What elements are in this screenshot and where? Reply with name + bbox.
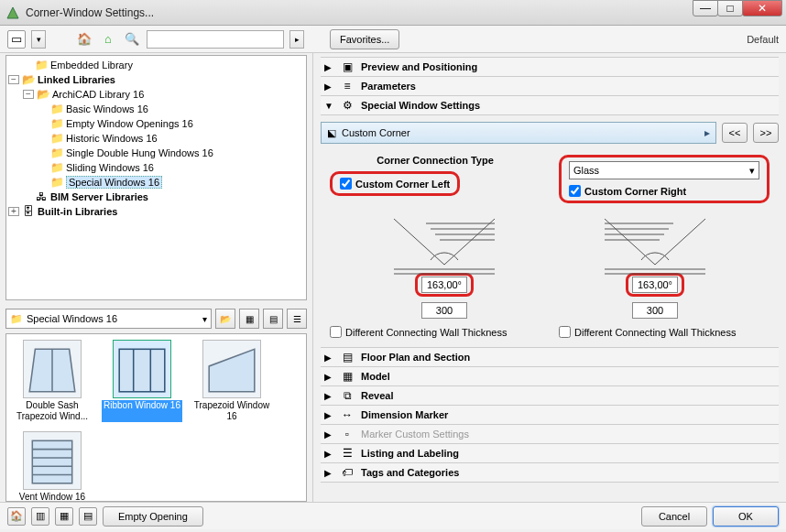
section-special[interactable]: ▼⚙Special Window Settings (321, 95, 779, 115)
layout-icon[interactable]: ▭ (7, 30, 26, 49)
thumb-label: Double Sash Trapezoid Wind... (12, 400, 93, 422)
collapse-icon[interactable]: − (8, 75, 19, 84)
section-listing[interactable]: ▶☰Listing and Labeling (321, 443, 779, 463)
chevron-right-icon: ▶ (324, 81, 333, 92)
houses-icon[interactable]: 🏠 (75, 30, 93, 49)
tree-item[interactable]: Historic Windows 16 (66, 133, 158, 144)
left-pane: 📁Embedded Library −📂Linked Libraries −📂A… (0, 53, 313, 502)
view-small-icon[interactable]: ▤ (263, 309, 283, 329)
view-list-icon[interactable]: ☰ (287, 309, 307, 329)
up-folder-button[interactable]: 📂 (215, 309, 235, 329)
favorites-button[interactable]: Favorites... (330, 29, 399, 49)
section-dimension[interactable]: ▶↔Dimension Marker (321, 405, 779, 425)
default-label[interactable]: Default (747, 34, 779, 45)
right-pane: ▶▣Preview and Positioning ▶≡Parameters ▼… (313, 53, 786, 502)
tree-item-selected[interactable]: Special Windows 16 (66, 176, 162, 189)
diff-thickness-right[interactable]: Different Connecting Wall Thickness (559, 326, 770, 338)
folder-icon: 📁 (35, 59, 48, 71)
params-icon: ≡ (339, 80, 355, 92)
tag-icon: 🏷 (339, 466, 355, 479)
folder-name: Special Windows 16 (27, 313, 117, 324)
footer-icon-4[interactable]: ▤ (79, 507, 97, 526)
minimize-button[interactable]: — (693, 0, 718, 16)
settings-icon: ⚙ (339, 99, 355, 112)
svg-line-20 (605, 219, 655, 265)
search-dropdown[interactable]: ▸ (289, 30, 304, 49)
chevron-right-icon: ▶ (324, 410, 333, 420)
highlight-right: Glass Custom Corner Right (559, 155, 770, 203)
section-preview[interactable]: ▶▣Preview and Positioning (321, 57, 779, 77)
svg-rect-3 (119, 349, 165, 392)
prev-button[interactable]: << (722, 123, 748, 143)
thumb-item[interactable]: Vent Window 16 (12, 431, 93, 502)
folder-open-icon: 📂 (37, 88, 49, 101)
svg-rect-7 (32, 440, 71, 483)
close-button[interactable]: ✕ (742, 0, 782, 16)
angle-right-input[interactable] (632, 277, 678, 293)
tree-item[interactable]: ArchiCAD Library 16 (52, 89, 144, 100)
corner-icon: ⬕ (327, 127, 336, 139)
view-large-icon[interactable]: ▦ (239, 309, 259, 329)
diff-thickness-left[interactable]: Different Connecting Wall Thickness (330, 326, 540, 338)
tree-item[interactable]: Basic Windows 16 (66, 103, 148, 114)
footer-icon-2[interactable]: ▥ (31, 507, 49, 526)
home-icon[interactable]: ⌂ (99, 30, 117, 49)
window-controls: — □ ✕ (693, 0, 782, 16)
library-tree[interactable]: 📁Embedded Library −📂Linked Libraries −📂A… (5, 55, 307, 300)
folder-icon: 📁 (50, 132, 63, 145)
footer-icon-1[interactable]: 🏠 (7, 507, 26, 526)
tree-item[interactable]: BIM Server Libraries (50, 191, 148, 202)
collapse-icon[interactable]: − (23, 90, 34, 99)
thumb-item[interactable]: Double Sash Trapezoid Wind... (12, 340, 93, 422)
chevron-right-icon: ▶ (324, 449, 333, 459)
search-icon[interactable]: 🔍 (123, 30, 141, 49)
tree-item[interactable]: Sliding Windows 16 (66, 162, 154, 173)
expand-icon[interactable]: + (8, 207, 19, 216)
chevron-down-icon: ▼ (324, 101, 333, 111)
empty-opening-button[interactable]: Empty Opening (103, 506, 203, 527)
section-tags[interactable]: ▶🏷Tags and Categories (321, 462, 779, 483)
thumb-item[interactable]: Trapezoid Window 16 (191, 340, 272, 422)
chevron-right-icon: ▶ (324, 353, 333, 363)
svg-line-13 (444, 219, 495, 265)
cancel-button[interactable]: Cancel (641, 506, 707, 527)
folder-icon: 📁 (50, 117, 63, 130)
section-model[interactable]: ▶▦Model (321, 366, 779, 386)
section-floorplan[interactable]: ▶▤Floor Plan and Section (321, 347, 779, 367)
section-reveal[interactable]: ▶⧉Reveal (321, 385, 779, 406)
folder-open-icon: 📂 (22, 73, 35, 86)
custom-corner-left-checkbox[interactable]: Custom Corner Left (340, 178, 450, 190)
toolbar: ▭ ▾ 🏠 ⌂ 🔍 ▸ Favorites... Default (0, 26, 786, 53)
thumb-item-selected[interactable]: Ribbon Window 16 (102, 340, 182, 422)
maximize-button[interactable]: □ (717, 0, 743, 16)
folder-icon: 📁 (50, 176, 63, 189)
tree-item[interactable]: Built-in Libraries (38, 206, 117, 217)
ok-button[interactable]: OK (713, 506, 779, 527)
diagram-left (348, 214, 540, 319)
layout-dropdown[interactable]: ▾ (31, 30, 46, 49)
width-right-input[interactable] (632, 302, 678, 319)
tree-item[interactable]: Single Double Hung Windows 16 (66, 147, 213, 158)
folder-icon: 📁 (10, 313, 23, 325)
tree-item[interactable]: Empty Window Openings 16 (66, 118, 193, 129)
folder-icon: 📁 (50, 103, 63, 115)
folder-select[interactable]: 📁 Special Windows 16 (5, 309, 212, 329)
custom-corner-right-checkbox[interactable]: Custom Corner Right (569, 185, 759, 197)
custom-corner-selector[interactable]: ⬕ Custom Corner (321, 122, 716, 144)
tree-item[interactable]: Linked Libraries (38, 74, 115, 85)
titlebar: Corner-Window Settings... — □ ✕ (0, 0, 786, 26)
highlight-left: Custom Corner Left (330, 171, 460, 196)
svg-line-12 (394, 219, 444, 265)
section-parameters[interactable]: ▶≡Parameters (321, 76, 779, 96)
angle-left-input[interactable] (421, 277, 467, 293)
model-icon: ▦ (339, 370, 355, 383)
tree-item[interactable]: Embedded Library (50, 60, 133, 71)
width-left-input[interactable] (421, 302, 467, 319)
footer-icon-3[interactable]: ▦ (55, 507, 73, 526)
server-icon: 🖧 (35, 190, 48, 203)
search-input[interactable] (147, 31, 283, 48)
chevron-right-icon: ▶ (324, 468, 333, 478)
svg-line-21 (655, 219, 705, 265)
next-button[interactable]: >> (753, 123, 779, 143)
glass-select[interactable]: Glass (569, 161, 759, 179)
